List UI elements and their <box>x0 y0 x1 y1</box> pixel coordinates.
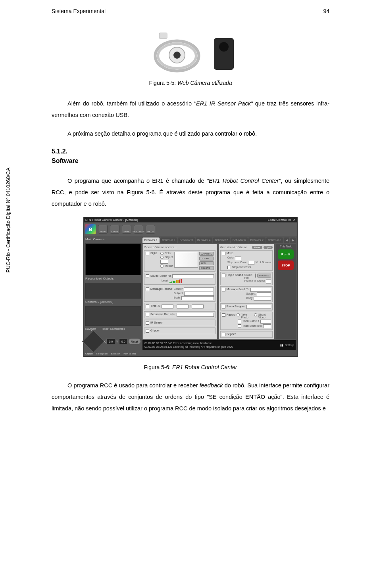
push-to-talk-icon[interactable]: Push to Talk <box>123 352 136 355</box>
object-label: Object <box>165 256 173 259</box>
then-color-swatch[interactable] <box>235 256 241 260</box>
sound-file-input[interactable] <box>255 274 256 278</box>
sound-label: Sound <box>150 274 158 277</box>
recognized-objects-label: Recognized Objects <box>85 277 141 280</box>
main-camera-label: Main Camera <box>85 237 141 241</box>
if-gripper-label: Gripper <box>150 329 160 332</box>
reset-coords-button[interactable]: Reset <box>129 339 140 344</box>
tab-scroll-right-icon[interactable]: ▶ <box>290 237 296 243</box>
pause-icon[interactable]: ▮▮ <box>280 343 283 347</box>
sequence-checkbox[interactable] <box>146 313 149 316</box>
tab-behavior-2[interactable]: Behavior 2 <box>160 237 177 243</box>
time-h-input[interactable] <box>162 305 173 308</box>
try-it-button[interactable]: Try It <box>264 246 273 249</box>
ir-sensor-checkbox[interactable] <box>146 321 149 325</box>
message-receive-checkbox[interactable] <box>146 287 149 291</box>
dpad-control[interactable] <box>82 330 105 353</box>
coord-x-value: 0.0 <box>106 339 115 344</box>
sight-checkbox[interactable] <box>146 252 149 255</box>
time-checkbox[interactable] <box>146 305 149 308</box>
take-photo-label: Take Photo <box>241 313 253 319</box>
name-it-input[interactable] <box>260 320 271 324</box>
camera-2-label: Camera 2 <box>85 300 99 304</box>
then-header: then do all of these <box>220 245 247 249</box>
tab-behavior-8[interactable]: Behavior 8 <box>266 237 283 243</box>
paragraph-2: A próxima seção detalha o programa que é… <box>52 128 329 140</box>
time-m-input[interactable] <box>177 305 189 308</box>
message-send-checkbox[interactable] <box>222 288 225 291</box>
svg-point-3 <box>173 52 181 59</box>
delete-button[interactable]: DELETE <box>199 266 214 270</box>
sequence-label: Sequence <box>150 313 163 316</box>
run-it-button[interactable]: Run It <box>278 249 294 259</box>
tab-behavior-7[interactable]: Behavior 7 <box>248 237 266 243</box>
tab-behavior-3[interactable]: Behavior 3 <box>178 237 195 243</box>
tab-scroll-left-icon[interactable]: ◀ <box>284 237 289 243</box>
to-input[interactable] <box>250 288 271 292</box>
object-radio[interactable] <box>160 256 164 259</box>
help-button[interactable]: HELP <box>146 225 155 234</box>
phrase-input[interactable] <box>266 280 271 283</box>
time-s-input[interactable] <box>192 305 204 308</box>
paragraph-3: O programa que acompanha o ER1 é chamado… <box>52 175 329 210</box>
stop-sensor-checkbox[interactable] <box>227 266 231 269</box>
shoot-video-radio[interactable] <box>254 313 257 316</box>
page-number: 94 <box>323 8 329 14</box>
gripper-icon[interactable]: Gripper <box>85 352 93 355</box>
take-photo-radio[interactable] <box>237 313 240 316</box>
sender-input[interactable] <box>184 287 214 291</box>
motion-radio[interactable] <box>160 264 164 268</box>
settings-button[interactable]: SETTINGS <box>134 225 143 234</box>
listen-input[interactable] <box>172 274 214 278</box>
stop-button[interactable]: STOP <box>278 260 294 270</box>
figure-5-5-caption: Figura 5-5: Web Câmera utilizada <box>52 80 329 86</box>
run-program-checkbox[interactable] <box>222 305 225 308</box>
run-after-input[interactable] <box>177 313 214 317</box>
color-radio[interactable] <box>160 252 164 255</box>
then-subject-input[interactable] <box>257 292 271 296</box>
then-gripper-label: Gripper <box>227 333 236 335</box>
color-preview <box>174 252 198 268</box>
if-body-input[interactable] <box>181 296 214 300</box>
then-body-input[interactable] <box>254 297 271 301</box>
capture-button[interactable]: CAPTURE <box>199 252 214 256</box>
section-title: Software <box>52 156 329 166</box>
email-to-input[interactable] <box>263 324 271 328</box>
tab-behavior-5[interactable]: Behavior 5 <box>213 237 230 243</box>
new-button[interactable]: NEW <box>98 225 108 234</box>
sound-checkbox[interactable] <box>146 274 149 278</box>
sound-file-label: Sound File <box>244 274 254 279</box>
browse-button[interactable]: BROWSE <box>257 274 271 278</box>
reset-behavior-button[interactable]: Reset <box>252 246 262 249</box>
close-icon[interactable]: ✕ <box>293 218 296 222</box>
speaker-icon[interactable]: Speaker <box>111 352 119 355</box>
move-checkbox[interactable] <box>222 252 225 255</box>
ir-sensor-label: IR Sensor <box>150 321 163 324</box>
minimize-icon[interactable]: ▭ <box>288 218 291 222</box>
open-button[interactable]: OPEN <box>110 225 119 234</box>
then-name-checkbox[interactable] <box>238 320 241 323</box>
play-sound-checkbox[interactable] <box>222 274 225 277</box>
then-name-label: Then Name It <box>242 320 259 322</box>
pct-input[interactable] <box>248 261 254 265</box>
tab-behavior-4[interactable]: Behavior 4 <box>196 237 213 243</box>
then-email-checkbox[interactable] <box>238 324 241 328</box>
tab-behavior-1[interactable]: Behavior 1 <box>142 237 160 243</box>
if-subject-input[interactable] <box>184 292 214 296</box>
then-gripper-checkbox[interactable] <box>222 333 225 336</box>
tab-behavior-6[interactable]: Behavior 6 <box>231 237 248 243</box>
record-checkbox[interactable] <box>222 313 225 317</box>
run-program-input[interactable] <box>246 305 271 309</box>
level-meter <box>169 279 182 283</box>
clear-button[interactable]: CLEAR <box>199 257 214 260</box>
object-field[interactable] <box>160 260 168 264</box>
run-after-label: Run after <box>164 313 176 316</box>
then-body-label: Body <box>246 297 252 299</box>
figure-5-6-caption: Figura 5-6: ER1 Robot Control Center <box>52 364 329 370</box>
if-gripper-checkbox[interactable] <box>146 329 149 333</box>
recognize-icon[interactable]: Recognize <box>96 352 108 355</box>
at-label: At <box>158 305 160 307</box>
add-button[interactable]: ADD... <box>199 261 214 265</box>
then-email-label: Then Email It to <box>242 324 262 327</box>
save-button[interactable]: SAVE <box>122 225 131 234</box>
